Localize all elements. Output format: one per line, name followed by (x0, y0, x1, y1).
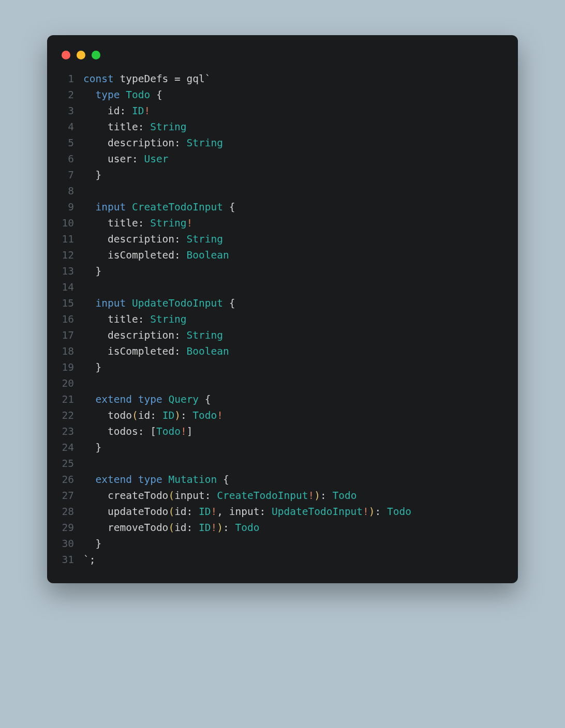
code-line: 8 (58, 183, 507, 199)
line-content: title: String (83, 311, 507, 327)
line-content: id: ID! (83, 103, 507, 119)
code-line: 29 removeTodo(id: ID!): Todo (58, 520, 507, 536)
line-number: 12 (58, 247, 83, 263)
code-line: 20 (58, 375, 507, 391)
line-content: } (83, 439, 507, 456)
line-content: createTodo(input: CreateTodoInput!): Tod… (83, 488, 507, 504)
line-number: 10 (58, 215, 83, 231)
line-number: 25 (58, 456, 83, 472)
line-number: 19 (58, 359, 83, 375)
code-line: 22 todo(id: ID): Todo! (58, 407, 507, 423)
line-content: input UpdateTodoInput { (83, 295, 507, 311)
line-content: title: String (83, 119, 507, 135)
line-number: 2 (58, 87, 83, 103)
line-content: const typeDefs = gql` (83, 71, 507, 87)
line-number: 9 (58, 199, 83, 215)
line-content: } (83, 263, 507, 279)
line-content: description: String (83, 327, 507, 343)
code-line: 1const typeDefs = gql` (58, 71, 507, 87)
line-number: 14 (58, 279, 83, 295)
code-line: 3 id: ID! (58, 103, 507, 119)
line-number: 1 (58, 71, 83, 87)
line-number: 20 (58, 375, 83, 391)
line-number: 17 (58, 327, 83, 343)
line-content (83, 183, 507, 199)
code-line: 18 isCompleted: Boolean (58, 343, 507, 359)
line-number: 13 (58, 263, 83, 279)
code-line: 4 title: String (58, 119, 507, 135)
line-number: 18 (58, 343, 83, 359)
maximize-icon[interactable] (92, 51, 100, 59)
line-content: description: String (83, 135, 507, 151)
code-line: 28 updateTodo(id: ID!, input: UpdateTodo… (58, 504, 507, 520)
line-number: 5 (58, 135, 83, 151)
line-content: user: User (83, 151, 507, 167)
line-content: isCompleted: Boolean (83, 247, 507, 263)
line-number: 26 (58, 472, 83, 488)
line-content: extend type Mutation { (83, 472, 507, 488)
code-line: 30 } (58, 536, 507, 552)
code-line: 15 input UpdateTodoInput { (58, 295, 507, 311)
code-line: 12 isCompleted: Boolean (58, 247, 507, 263)
line-content: } (83, 167, 507, 183)
line-number: 16 (58, 311, 83, 327)
code-line: 25 (58, 456, 507, 472)
line-content (83, 375, 507, 391)
line-number: 4 (58, 119, 83, 135)
line-content: input CreateTodoInput { (83, 199, 507, 215)
code-line: 5 description: String (58, 135, 507, 151)
line-content: description: String (83, 231, 507, 247)
line-content: type Todo { (83, 87, 507, 103)
line-content: updateTodo(id: ID!, input: UpdateTodoInp… (83, 504, 507, 520)
code-line: 27 createTodo(input: CreateTodoInput!): … (58, 488, 507, 504)
line-number: 21 (58, 391, 83, 407)
code-line: 23 todos: [Todo!] (58, 423, 507, 439)
line-number: 3 (58, 103, 83, 119)
line-number: 11 (58, 231, 83, 247)
code-line: 16 title: String (58, 311, 507, 327)
line-number: 22 (58, 407, 83, 423)
line-content: } (83, 536, 507, 552)
line-number: 15 (58, 295, 83, 311)
line-content: todo(id: ID): Todo! (83, 407, 507, 423)
code-block[interactable]: 1const typeDefs = gql`2 type Todo {3 id:… (58, 71, 507, 568)
traffic-lights (58, 48, 507, 71)
minimize-icon[interactable] (77, 51, 85, 59)
line-content (83, 279, 507, 295)
line-number: 30 (58, 536, 83, 552)
line-number: 31 (58, 552, 83, 568)
line-content: extend type Query { (83, 391, 507, 407)
code-line: 19 } (58, 359, 507, 375)
code-line: 6 user: User (58, 151, 507, 167)
line-content: removeTodo(id: ID!): Todo (83, 520, 507, 536)
line-number: 8 (58, 183, 83, 199)
code-line: 10 title: String! (58, 215, 507, 231)
line-number: 7 (58, 167, 83, 183)
line-number: 23 (58, 423, 83, 439)
code-line: 11 description: String (58, 231, 507, 247)
code-line: 26 extend type Mutation { (58, 472, 507, 488)
line-number: 24 (58, 439, 83, 456)
code-line: 24 } (58, 439, 507, 456)
code-line: 7 } (58, 167, 507, 183)
line-content: todos: [Todo!] (83, 423, 507, 439)
code-line: 9 input CreateTodoInput { (58, 199, 507, 215)
code-window: 1const typeDefs = gql`2 type Todo {3 id:… (47, 35, 518, 583)
line-content: isCompleted: Boolean (83, 343, 507, 359)
close-icon[interactable] (62, 51, 70, 59)
code-line: 31`; (58, 552, 507, 568)
line-content: title: String! (83, 215, 507, 231)
line-number: 27 (58, 488, 83, 504)
line-content (83, 456, 507, 472)
code-line: 17 description: String (58, 327, 507, 343)
line-content: } (83, 359, 507, 375)
line-number: 28 (58, 504, 83, 520)
code-line: 21 extend type Query { (58, 391, 507, 407)
code-line: 14 (58, 279, 507, 295)
line-number: 6 (58, 151, 83, 167)
line-content: `; (83, 552, 507, 568)
code-line: 13 } (58, 263, 507, 279)
code-line: 2 type Todo { (58, 87, 507, 103)
line-number: 29 (58, 520, 83, 536)
